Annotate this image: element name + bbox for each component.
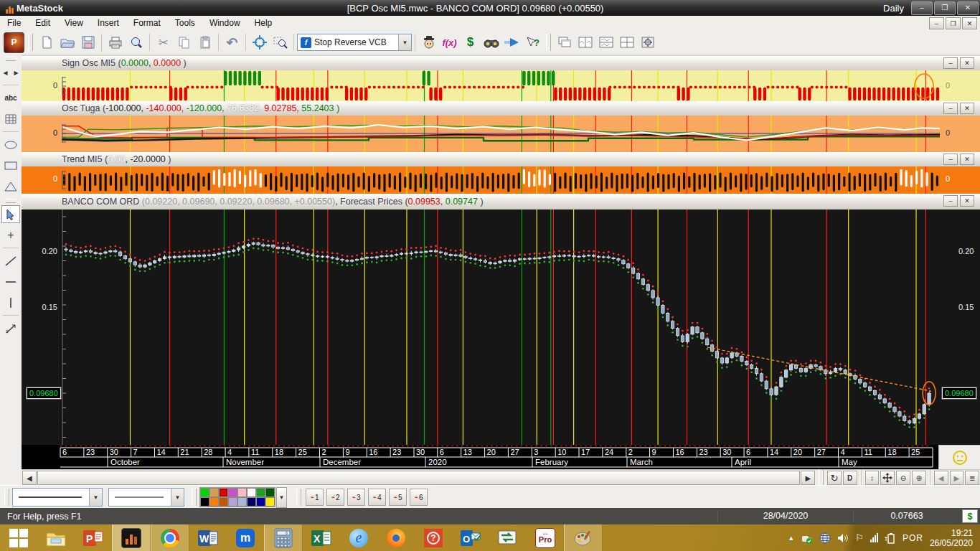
paste-button[interactable]: [195, 33, 215, 52]
downloader-dollar-icon[interactable]: $: [962, 509, 978, 523]
layout-preset-button-1[interactable]: ⌁1: [306, 489, 324, 506]
color-swatch[interactable]: [247, 497, 256, 507]
taskbar-paint-icon[interactable]: [564, 524, 603, 551]
color-swatch[interactable]: [256, 497, 265, 507]
expert-advisor-dropdown[interactable]: f Stop Reverse VCB ▼: [297, 34, 412, 51]
tray-signal-icon[interactable]: [870, 533, 878, 542]
crosshair-tool-icon[interactable]: [250, 33, 269, 52]
save-button[interactable]: [78, 33, 98, 52]
dropdown-arrow-icon[interactable]: ▼: [398, 34, 411, 50]
taskbar-ie-icon[interactable]: e: [340, 524, 377, 551]
tuga-panel-minimize-button[interactable]: –: [943, 103, 958, 114]
color-swatch[interactable]: [247, 488, 256, 497]
color-swatch[interactable]: [219, 488, 228, 497]
tray-battery-icon[interactable]: [885, 532, 896, 544]
dollar-icon[interactable]: $: [461, 33, 480, 52]
trend-plot[interactable]: [62, 166, 940, 194]
tray-volume-icon[interactable]: [837, 533, 849, 543]
layout-preset-button-4[interactable]: ⌁4: [368, 489, 386, 506]
trend-panel-close-button[interactable]: ✕: [960, 154, 974, 165]
line-weight-dropdown[interactable]: ▼: [108, 488, 184, 507]
layout-preset-button-3[interactable]: ⌁3: [347, 489, 365, 506]
trend-panel-header[interactable]: Trend MI5 (0.00, -20.0000 ) –✕: [22, 152, 980, 167]
layout-options-icon[interactable]: [638, 33, 657, 52]
expert-advisor-icon[interactable]: [419, 33, 438, 52]
taskbar-maxthon-icon[interactable]: m: [227, 524, 264, 551]
trendline-tool-icon[interactable]: [1, 252, 20, 270]
crosshair-plus-tool-icon[interactable]: +: [1, 226, 20, 244]
ellipse-tool-icon[interactable]: [1, 136, 20, 154]
menu-window[interactable]: Window: [209, 18, 240, 28]
print-button[interactable]: [105, 33, 125, 52]
price-panel-close-button[interactable]: ✕: [960, 195, 974, 207]
scroll-right-icon[interactable]: ▶: [801, 471, 815, 485]
new-chart-button[interactable]: [37, 33, 56, 52]
close-button[interactable]: ✕: [957, 1, 979, 15]
taskbar-calculator-icon[interactable]: 0: [264, 524, 303, 551]
tile-horizontal-icon[interactable]: [596, 33, 616, 52]
start-button[interactable]: [0, 524, 37, 551]
color-palette[interactable]: [199, 487, 275, 507]
taskbar-outlook-icon[interactable]: O: [452, 524, 489, 551]
taskbar-firefox-icon[interactable]: [377, 524, 415, 551]
explorer-binoculars-icon[interactable]: [481, 33, 501, 52]
child-close-button[interactable]: ✕: [962, 17, 977, 29]
color-swatch[interactable]: [200, 488, 209, 497]
zoom-in-icon[interactable]: ⊕: [912, 471, 926, 485]
taskbar-clock[interactable]: 19:21 26/05/2020: [930, 528, 973, 548]
scroll-left-icon[interactable]: ◀: [22, 471, 37, 485]
line-style-arrow-icon[interactable]: ▼: [89, 489, 102, 506]
semilog-trend-tool-icon[interactable]: s: [1, 319, 20, 337]
taskbar-powerpoint-icon[interactable]: P: [75, 524, 112, 551]
minimize-button[interactable]: –: [911, 1, 933, 15]
horizontal-line-tool-icon[interactable]: [1, 273, 20, 291]
layout-preset-button-6[interactable]: ⌁6: [410, 489, 428, 506]
price-panel-minimize-button[interactable]: –: [943, 195, 958, 207]
tile-quad-icon[interactable]: [617, 33, 636, 52]
color-swatch[interactable]: [228, 497, 237, 507]
menu-format[interactable]: Format: [133, 18, 161, 28]
scrollbar-thumb[interactable]: [37, 471, 801, 485]
sign-osc-panel-header[interactable]: Sign Osc MI5 (0.0000, 0.0000 ) –✕: [22, 56, 980, 71]
menu-tools[interactable]: Tools: [175, 18, 195, 28]
chart-menu-icon[interactable]: ≣: [965, 471, 979, 485]
periodicity-next-icon[interactable]: ▸: [11, 63, 22, 81]
tray-usb-icon[interactable]: [801, 532, 813, 544]
vertical-line-tool-icon[interactable]: [1, 293, 20, 311]
open-button[interactable]: [57, 33, 77, 52]
trend-panel-minimize-button[interactable]: –: [943, 154, 958, 165]
layout-preset-button-2[interactable]: ⌁2: [326, 489, 344, 506]
line-style-dropdown[interactable]: ▼: [12, 488, 103, 507]
grid-tool-icon[interactable]: [1, 110, 20, 128]
menu-view[interactable]: View: [65, 18, 83, 28]
color-swatch[interactable]: [237, 488, 247, 497]
color-swatch[interactable]: [209, 488, 219, 497]
sign-osc-plot[interactable]: [62, 70, 940, 101]
fit-vertical-icon[interactable]: ↕: [865, 471, 880, 485]
power-console-button[interactable]: P: [4, 32, 24, 53]
zoom-out-icon[interactable]: ⊖: [896, 471, 910, 485]
forecaster-arrow-icon[interactable]: [502, 33, 522, 52]
periodicity-prev-icon[interactable]: ◂: [1, 63, 11, 81]
child-minimize-button[interactable]: –: [929, 17, 944, 29]
restore-button[interactable]: ❐: [934, 1, 956, 15]
pan-icon[interactable]: [880, 471, 895, 485]
zoom-select-icon[interactable]: [270, 33, 290, 52]
taskbar-help-icon[interactable]: ?: [415, 524, 452, 551]
prev-chart-icon[interactable]: ◀: [934, 471, 948, 485]
color-swatch[interactable]: [265, 488, 275, 497]
osc-tuga-plot[interactable]: [62, 116, 940, 152]
tuga-panel-close-button[interactable]: ✕: [960, 103, 974, 114]
refresh-icon[interactable]: ↻: [827, 471, 842, 485]
palette-more-icon[interactable]: ▼: [276, 487, 287, 508]
taskbar-word-icon[interactable]: W: [189, 524, 227, 551]
osc-tuga-panel-header[interactable]: Osc Tuga (-100.000, -140.000, -120.000, …: [22, 101, 980, 116]
taskbar-remote-icon[interactable]: [489, 524, 527, 551]
menu-insert[interactable]: Insert: [98, 18, 119, 28]
layout-preset-button-5[interactable]: ⌁5: [389, 489, 407, 506]
next-chart-icon[interactable]: ▶: [950, 471, 964, 485]
color-swatch[interactable]: [256, 488, 265, 497]
cut-icon[interactable]: ✂: [154, 33, 173, 52]
menu-help[interactable]: Help: [255, 18, 273, 28]
price-panel-header[interactable]: BANCO COM ORD (0.09220, 0.09690, 0.09220…: [22, 194, 980, 210]
